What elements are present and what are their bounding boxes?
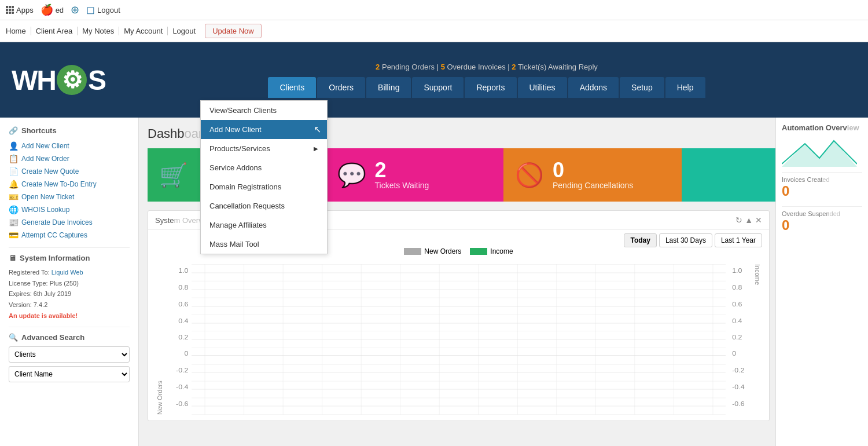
overdue-suspended-label: Overdue Suspended — [782, 210, 862, 217]
top-bar: Apps 🍎 ed ⊕ ◻ Logout — [0, 0, 868, 20]
logo-text-wh: WH — [12, 64, 56, 96]
apps-label: Apps — [16, 6, 34, 14]
chart-refresh-btn[interactable]: ↻ — [735, 215, 742, 225]
registered-to: Liquid Web — [52, 269, 83, 276]
dropdown-domain-registrations[interactable]: Domain Registrations — [201, 177, 327, 196]
sidebar-divider-1 — [9, 247, 130, 248]
add-client-icon: 👤 — [9, 141, 18, 151]
dropdown-view-search-clients[interactable]: View/Search Clients — [201, 101, 327, 120]
sidebar: 🔗 Shortcuts 👤 Add New Client 📋 Add New O… — [0, 118, 139, 446]
dropdown-cancellation-requests[interactable]: Cancellation Requests — [201, 196, 327, 215]
shortcut-open-ticket[interactable]: 🎫 Open New Ticket — [9, 191, 130, 203]
invoices-created-value: 0 — [782, 183, 862, 199]
add-order-icon: 📋 — [9, 154, 18, 163]
dropdown-manage-affiliates[interactable]: Manage Affiliates — [201, 215, 327, 235]
layout: 🔗 Shortcuts 👤 Add New Client 📋 Add New O… — [0, 118, 868, 446]
adv-search-field-select[interactable]: Client Name Email Company — [9, 366, 130, 382]
nav-reports[interactable]: Reports — [465, 77, 516, 98]
dropdown-products-services[interactable]: Products/Services ▶ — [201, 139, 327, 158]
sidebar-divider-2 — [9, 327, 130, 327]
stat-card-tickets: 💬 2 Tickets Waiting — [326, 148, 504, 202]
apps-grid-icon — [6, 6, 14, 14]
chart-body: New Orders 1.0 0.8 0.6 0.4 — [148, 258, 769, 421]
tickets-awaiting-count: 2 — [512, 63, 516, 71]
main-chart-svg: 1.0 0.8 0.6 0.4 0.2 0 -0.2 -0.4 -0.6 1.0… — [165, 264, 752, 415]
shortcut-add-order[interactable]: 📋 Add New Order — [9, 152, 130, 165]
logout-top[interactable]: ◻ Logout — [86, 3, 120, 16]
nav-help[interactable]: Help — [665, 77, 705, 98]
stat-tickets-text: 2 Tickets Waiting — [375, 160, 429, 190]
overdue-invoices-label: Overdue Invoices | — [447, 63, 512, 71]
nav-clients[interactable]: Clients — [268, 77, 316, 98]
user-menu[interactable]: 🍎 ed — [41, 3, 64, 16]
logo-text-s: S — [88, 64, 105, 96]
dropdown-service-addons[interactable]: Service Addons — [201, 158, 327, 177]
nav-support[interactable]: Support — [412, 77, 464, 98]
cc-captures-icon: 💳 — [9, 231, 18, 240]
shortcut-create-todo[interactable]: 🔔 Create New To-Do Entry — [9, 178, 130, 191]
svg-text:-0.4: -0.4 — [732, 383, 745, 390]
y-axis-right-label: Income — [752, 264, 763, 415]
svg-text:1.0: 1.0 — [732, 267, 742, 274]
nav-billing[interactable]: Billing — [366, 77, 411, 98]
shortcut-create-quote[interactable]: 📄 Create New Quote — [9, 165, 130, 178]
monitor-icon: 🖥 — [9, 254, 16, 262]
dropdown-mass-mail-tool[interactable]: Mass Mail Tool — [201, 235, 327, 254]
time-1year-btn[interactable]: Last 1 Year — [715, 233, 762, 247]
legend-income-label: Income — [490, 247, 513, 255]
whois-icon: 🌐 — [9, 205, 18, 214]
system-info-title: 🖥 System Information — [9, 254, 130, 262]
shortcut-add-client[interactable]: 👤 Add New Client — [9, 140, 130, 152]
header-center: 2 Pending Orders | 5 Overdue Invoices | … — [105, 63, 868, 98]
nav-bar: Home Client Area My Notes My Account Log… — [0, 20, 868, 42]
logo-gear-icon — [57, 65, 87, 95]
chart-controls: ↻ ▲ ✕ — [735, 215, 762, 225]
time-today-btn[interactable]: Today — [624, 233, 656, 247]
user-label: ed — [56, 6, 64, 14]
automation-panel: Automation Overview Invoices Created 0 O… — [775, 118, 868, 446]
chart-collapse-btn[interactable]: ▲ — [745, 215, 753, 225]
products-arrow-icon: ▶ — [314, 145, 318, 152]
logout-icon: ◻ — [86, 3, 95, 16]
status-bar: 2 Pending Orders | 5 Overdue Invoices | … — [376, 63, 598, 71]
apps-menu[interactable]: Apps — [6, 6, 34, 14]
nav-my-account[interactable]: My Account — [119, 27, 168, 35]
tickets-label: Tickets Waiting — [375, 181, 429, 190]
svg-text:0.4: 0.4 — [732, 317, 742, 324]
svg-text:0.2: 0.2 — [178, 334, 188, 341]
cancellations-number: 0 — [553, 160, 633, 181]
shortcut-gen-invoices[interactable]: 📰 Generate Due Invoices — [9, 216, 130, 229]
search-icon: 🔍 — [9, 333, 18, 342]
nav-logout[interactable]: Logout — [168, 27, 200, 35]
nav-client-area[interactable]: Client Area — [31, 27, 78, 35]
shortcut-cc-captures[interactable]: 💳 Attempt CC Captures — [9, 229, 130, 242]
svg-text:0.6: 0.6 — [178, 301, 188, 308]
user-icon: 🍎 — [41, 3, 53, 16]
stat-card-cancellations: 🚫 0 Pending Cancellations — [503, 148, 682, 202]
nav-my-notes[interactable]: My Notes — [78, 27, 119, 35]
chart-time-buttons: Today Last 30 Days Last 1 Year — [624, 233, 762, 247]
svg-text:0.2: 0.2 — [732, 334, 742, 341]
invoices-created-stat: Invoices Created 0 — [782, 176, 862, 199]
adv-search-type-select[interactable]: Clients Orders Invoices Support — [9, 346, 130, 363]
wp-menu[interactable]: ⊕ — [71, 3, 79, 16]
nav-utilities[interactable]: Utilities — [518, 77, 567, 98]
svg-text:0.8: 0.8 — [178, 284, 188, 291]
stat-cancellations-text: 0 Pending Cancellations — [553, 160, 633, 190]
nav-home[interactable]: Home — [6, 27, 31, 35]
shortcut-whois[interactable]: 🌐 WHOIS Lookup — [9, 203, 130, 216]
ban-icon: 🚫 — [515, 162, 544, 189]
chart-close-btn[interactable]: ✕ — [755, 215, 762, 225]
y-axis-left-label: New Orders — [154, 264, 165, 415]
nav-setup[interactable]: Setup — [620, 77, 664, 98]
nav-orders[interactable]: Orders — [317, 77, 365, 98]
wp-icon: ⊕ — [71, 3, 79, 16]
main-nav: Clients Orders Billing Support Reports U… — [268, 77, 705, 98]
dropdown-add-new-client[interactable]: Add New Client ↖ — [201, 120, 327, 139]
legend-new-orders: New Orders — [404, 247, 461, 255]
nav-addons[interactable]: Addons — [568, 77, 619, 98]
automation-title: Automation Overview — [782, 123, 862, 132]
time-30days-btn[interactable]: Last 30 Days — [659, 233, 712, 247]
update-now-button[interactable]: Update Now — [205, 24, 262, 38]
svg-text:-0.2: -0.2 — [176, 367, 188, 374]
